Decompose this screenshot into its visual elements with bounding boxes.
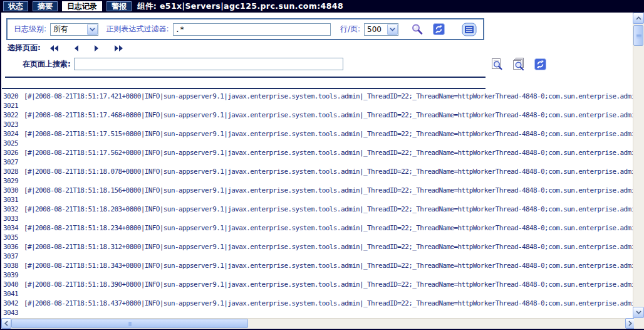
previous-page-icon[interactable] xyxy=(74,45,79,52)
log-line-number: 3021 xyxy=(1,101,21,110)
last-page-icon[interactable] xyxy=(114,45,123,52)
log-line-number: 3024 xyxy=(1,129,21,139)
log-row: 3023 xyxy=(1,120,633,129)
log-row: 3034[#|2008-08-21T18:51:18.234+0800|INFO… xyxy=(1,223,633,233)
log-line-number: 3029 xyxy=(1,176,21,186)
select-page-label: 选择页面: xyxy=(8,43,41,53)
log-line-number: 3039 xyxy=(1,270,21,280)
log-line-number: 3028 xyxy=(1,167,21,176)
log-line-text: [#|2008-08-21T18:51:17.421+0800|INFO|sun… xyxy=(24,92,633,101)
log-level-select[interactable]: 所有 xyxy=(50,23,98,36)
component-label: 组件: e51x|Servers|agc125.prc.sun.com:4848 xyxy=(137,1,343,12)
horizontal-scroll-thumb[interactable] xyxy=(11,319,248,328)
horizontal-scrollbar[interactable] xyxy=(1,318,635,329)
log-line-number: 3037 xyxy=(1,252,21,261)
log-row: 3028[#|2008-08-21T18:51:18.078+0800|INFO… xyxy=(1,167,633,176)
tab-2[interactable]: 摘要 xyxy=(33,1,58,11)
divider-line xyxy=(2,88,486,89)
search-icon[interactable] xyxy=(411,23,423,36)
log-line-text: [#|2008-08-21T18:51:17.515+0800|INFO|sun… xyxy=(24,129,633,139)
log-row: 3025 xyxy=(1,139,633,148)
log-row: 3038[#|2008-08-21T18:51:18.343+0800|INFO… xyxy=(1,261,633,270)
filter-toolbar: 日志级别: 所有 正则表达式过滤器: 行/页: 500 xyxy=(6,18,484,40)
log-row: 3036[#|2008-08-21T18:51:18.312+0800|INFO… xyxy=(1,242,633,252)
log-row: 3040[#|2008-08-21T18:51:18.390+0800|INFO… xyxy=(1,280,633,289)
log-line-number: 3043 xyxy=(1,308,21,317)
log-line-text: [#|2008-08-21T18:51:18.390+0800|INFO|sun… xyxy=(24,280,633,289)
log-line-number: 3030 xyxy=(1,186,21,195)
log-row: 3042[#|2008-08-21T18:51:18.437+0800|INFO… xyxy=(1,299,633,308)
log-line-text: [#|2008-08-21T18:51:18.156+0800|INFO|sun… xyxy=(24,186,633,195)
log-row: 3029 xyxy=(1,176,633,186)
log-line-text: [#|2008-08-21T18:51:18.078+0800|INFO|sun… xyxy=(24,167,633,176)
log-line-text: [#|2008-08-21T18:51:18.437+0800|INFO|sun… xyxy=(24,299,633,308)
log-line-text: [#|2008-08-21T18:51:18.203+0800|INFO|sun… xyxy=(24,205,633,214)
search-on-page-input[interactable] xyxy=(74,58,343,70)
scroll-up-icon[interactable] xyxy=(633,13,644,24)
chevron-down-icon[interactable] xyxy=(87,24,98,35)
page-selector-row: 选择页面: xyxy=(8,43,123,53)
log-line-text: [#|2008-08-21T18:51:18.312+0800|INFO|sun… xyxy=(24,242,633,252)
vertical-scroll-thumb[interactable] xyxy=(633,25,643,46)
search-on-page-row: 在页面上搜索: xyxy=(23,58,343,70)
log-line-number: 3040 xyxy=(1,280,21,289)
chevron-down-icon[interactable] xyxy=(387,24,398,35)
tab-4[interactable]: 警报 xyxy=(106,1,132,11)
log-line-number: 3023 xyxy=(1,120,21,129)
log-line-number: 3032 xyxy=(1,205,21,214)
log-window-icon[interactable] xyxy=(462,23,477,36)
search-on-page-label: 在页面上搜索: xyxy=(23,59,71,70)
masthead-bar: 状态摘要日志记录警报 组件: e51x|Servers|agc125.prc.s… xyxy=(0,0,644,13)
log-row: 3030[#|2008-08-21T18:51:18.156+0800|INFO… xyxy=(1,186,633,195)
log-line-number: 3042 xyxy=(1,299,21,308)
tab-3[interactable]: 日志记录 xyxy=(62,1,102,11)
log-row: 3039 xyxy=(1,270,633,280)
log-line-number: 3038 xyxy=(1,261,21,270)
log-line-number: 3034 xyxy=(1,223,21,233)
log-row: 3037 xyxy=(1,252,633,261)
content-frame: 日志级别: 所有 正则表达式过滤器: 行/页: 500 xyxy=(0,13,644,330)
log-row: 3021 xyxy=(1,101,633,110)
log-line-number: 3020 xyxy=(1,92,21,101)
scroll-down-icon[interactable] xyxy=(633,307,644,318)
log-row: 3026[#|2008-08-21T18:51:17.562+0800|INFO… xyxy=(1,148,633,157)
log-row: 3032[#|2008-08-21T18:51:18.203+0800|INFO… xyxy=(1,205,633,214)
log-line-number: 3022 xyxy=(1,110,21,120)
vertical-scrollbar[interactable] xyxy=(633,13,644,318)
scroll-left-icon[interactable] xyxy=(1,318,11,329)
log-line-number: 3025 xyxy=(1,139,21,148)
log-line-number: 3036 xyxy=(1,242,21,252)
search-page-icon[interactable] xyxy=(491,58,504,71)
log-row: 3022[#|2008-08-21T18:51:17.468+0800|INFO… xyxy=(1,110,633,120)
log-line-number: 3026 xyxy=(1,148,21,157)
regex-filter-input[interactable] xyxy=(173,23,331,36)
log-entries-list: 3020[#|2008-08-21T18:51:17.421+0800|INFO… xyxy=(1,90,633,318)
log-line-number: 3027 xyxy=(1,157,21,167)
log-row: 3027 xyxy=(1,157,633,167)
divider-line xyxy=(5,77,486,78)
log-row: 3041 xyxy=(1,289,633,299)
log-row: 3043 xyxy=(1,308,633,317)
log-level-selected-value: 所有 xyxy=(51,24,87,35)
log-level-label: 日志级别: xyxy=(14,24,46,35)
log-line-text: [#|2008-08-21T18:51:17.562+0800|INFO|sun… xyxy=(24,148,633,157)
tab-1[interactable]: 状态 xyxy=(3,1,28,11)
rows-per-page-label: 行/页: xyxy=(340,24,360,35)
log-row: 3031 xyxy=(1,195,633,205)
rows-per-page-selected-value: 500 xyxy=(365,25,387,34)
log-line-text: [#|2008-08-21T18:51:18.234+0800|INFO|sun… xyxy=(24,223,633,233)
tab-bar: 状态摘要日志记录警报 xyxy=(0,1,132,11)
log-line-number: 3033 xyxy=(1,214,21,223)
rows-per-page-select[interactable]: 500 xyxy=(364,23,398,36)
regex-filter-label: 正则表达式过滤器: xyxy=(106,24,169,35)
log-row: 3020[#|2008-08-21T18:51:17.421+0800|INFO… xyxy=(1,92,633,101)
next-page-icon[interactable] xyxy=(94,45,99,52)
log-line-text: [#|2008-08-21T18:51:17.468+0800|INFO|sun… xyxy=(24,110,633,120)
log-line-text: [#|2008-08-21T18:51:18.343+0800|INFO|sun… xyxy=(24,261,633,270)
first-page-icon[interactable] xyxy=(49,45,59,52)
refresh-icon[interactable] xyxy=(534,58,546,70)
log-line-number: 3035 xyxy=(1,233,21,242)
refresh-icon[interactable] xyxy=(433,23,445,35)
log-line-number: 3041 xyxy=(1,289,21,299)
search-all-pages-icon[interactable] xyxy=(512,58,526,71)
